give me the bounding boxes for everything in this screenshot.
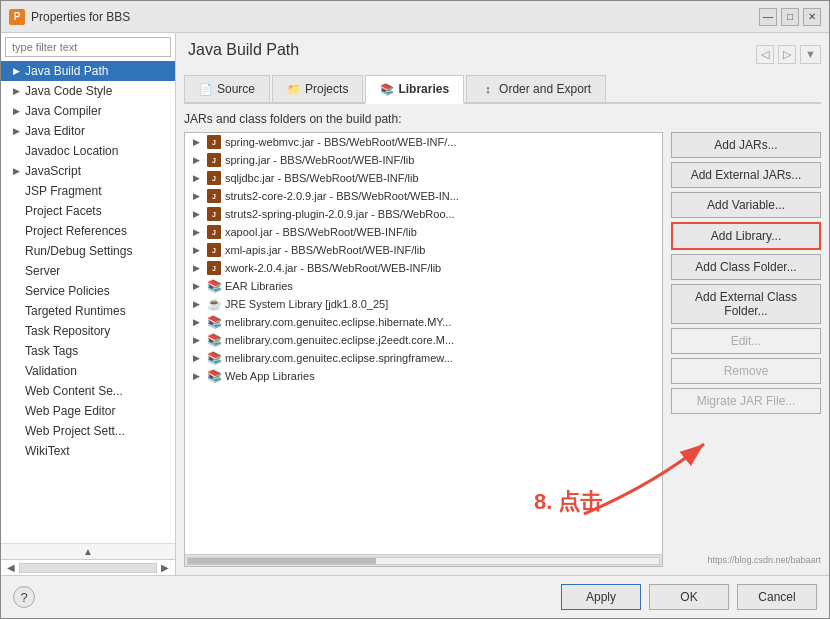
jar-item-struts2-spring[interactable]: ▶Jstruts2-spring-plugin-2.0.9.jar - BBS/… — [185, 205, 662, 223]
sidebar-item-label: Project Facets — [25, 204, 167, 218]
jar-item-label: xapool.jar - BBS/WebRoot/WEB-INF/lib — [225, 226, 417, 238]
sidebar-item-web-page-editor[interactable]: Web Page Editor — [1, 401, 175, 421]
add-external-jars-button[interactable]: Add External JARs... — [671, 162, 821, 188]
sidebar-item-task-repository[interactable]: Task Repository — [1, 321, 175, 341]
library-icon: 📚 — [207, 279, 221, 293]
library-icon: 📚 — [207, 369, 221, 383]
sidebar-item-task-tags[interactable]: Task Tags — [1, 341, 175, 361]
sidebar-item-label: WikiText — [25, 444, 167, 458]
add-external-class-folder-button[interactable]: Add External Class Folder... — [671, 284, 821, 324]
jars-scrollbar-horizontal[interactable] — [185, 554, 662, 566]
sidebar-scrollbar-track[interactable] — [19, 563, 157, 573]
scroll-thumb — [188, 558, 376, 564]
sidebar-item-label: Validation — [25, 364, 167, 378]
remove-button[interactable]: Remove — [671, 358, 821, 384]
tab-projects[interactable]: 📁Projects — [272, 75, 363, 102]
tab-label-source: Source — [217, 82, 255, 96]
title-controls: — □ ✕ — [759, 8, 821, 26]
title-bar-left: P Properties for BBS — [9, 9, 130, 25]
jar-item-xapool[interactable]: ▶Jxapool.jar - BBS/WebRoot/WEB-INF/lib — [185, 223, 662, 241]
sidebar-item-java-editor[interactable]: ▶Java Editor — [1, 121, 175, 141]
expand-arrow-icon: ▶ — [13, 66, 21, 76]
jar-item-spring-webmvc[interactable]: ▶Jspring-webmvc.jar - BBS/WebRoot/WEB-IN… — [185, 133, 662, 151]
content-area: ▶Java Build Path▶Java Code Style▶Java Co… — [1, 33, 829, 575]
sidebar-item-javascript[interactable]: ▶JavaScript — [1, 161, 175, 181]
help-button[interactable]: ? — [13, 586, 35, 608]
nav-arrows: ◁ ▷ ▼ — [756, 45, 821, 64]
sidebar-item-run-debug-settings[interactable]: Run/Debug Settings — [1, 241, 175, 261]
add-variable-button[interactable]: Add Variable... — [671, 192, 821, 218]
sidebar-item-server[interactable]: Server — [1, 261, 175, 281]
minimize-button[interactable]: — — [759, 8, 777, 26]
jar-expand-icon: ▶ — [193, 191, 203, 201]
ok-button[interactable]: OK — [649, 584, 729, 610]
sidebar-item-service-policies[interactable]: Service Policies — [1, 281, 175, 301]
jar-item-xml-apis[interactable]: ▶Jxml-apis.jar - BBS/WebRoot/WEB-INF/lib — [185, 241, 662, 259]
jar-item-melibrary-springframework[interactable]: ▶📚melibrary.com.genuitec.eclipse.springf… — [185, 349, 662, 367]
jar-item-sqljdbc[interactable]: ▶Jsqljdbc.jar - BBS/WebRoot/WEB-INF/lib — [185, 169, 662, 187]
jar-item-jre-system[interactable]: ▶☕JRE System Library [jdk1.8.0_25] — [185, 295, 662, 313]
sidebar-item-label: Web Project Sett... — [25, 424, 167, 438]
close-button[interactable]: ✕ — [803, 8, 821, 26]
jar-item-struts2-core[interactable]: ▶Jstruts2-core-2.0.9.jar - BBS/WebRoot/W… — [185, 187, 662, 205]
apply-button[interactable]: Apply — [561, 584, 641, 610]
tab-icon-projects: 📁 — [287, 82, 301, 96]
jar-expand-icon: ▶ — [193, 371, 203, 381]
jar-expand-icon: ▶ — [193, 137, 203, 147]
sidebar-item-label: Java Code Style — [25, 84, 167, 98]
sidebar-item-label: Task Tags — [25, 344, 167, 358]
watermark: https://blog.csdn.net/babaart — [707, 555, 821, 565]
sidebar-item-web-project-settings[interactable]: Web Project Sett... — [1, 421, 175, 441]
sidebar-scroll-left[interactable]: ◀ — [5, 562, 17, 573]
jar-item-label: xml-apis.jar - BBS/WebRoot/WEB-INF/lib — [225, 244, 425, 256]
jar-item-ear-libraries[interactable]: ▶📚EAR Libraries — [185, 277, 662, 295]
add-class-folder-button[interactable]: Add Class Folder... — [671, 254, 821, 280]
jar-item-web-app-libraries[interactable]: ▶📚Web App Libraries — [185, 367, 662, 385]
sidebar-item-validation[interactable]: Validation — [1, 361, 175, 381]
add-jars-button[interactable]: Add JARs... — [671, 132, 821, 158]
sidebar-item-jsp-fragment[interactable]: JSP Fragment — [1, 181, 175, 201]
sidebar-item-java-compiler[interactable]: ▶Java Compiler — [1, 101, 175, 121]
sidebar-item-label: JSP Fragment — [25, 184, 167, 198]
tab-source[interactable]: 📄Source — [184, 75, 270, 102]
filter-input[interactable] — [5, 37, 171, 57]
jar-item-label: struts2-spring-plugin-2.0.9.jar - BBS/We… — [225, 208, 455, 220]
jars-label: JARs and class folders on the build path… — [184, 112, 821, 126]
sidebar-item-label: Java Compiler — [25, 104, 167, 118]
menu-arrow-button[interactable]: ▼ — [800, 45, 821, 64]
migrate-jar-button[interactable]: Migrate JAR File... — [671, 388, 821, 414]
sidebar-scroll-up[interactable]: ▲ — [1, 543, 175, 559]
sidebar-item-targeted-runtimes[interactable]: Targeted Runtimes — [1, 301, 175, 321]
sidebar-item-label: Java Editor — [25, 124, 167, 138]
sidebar-item-project-facets[interactable]: Project Facets — [1, 201, 175, 221]
sidebar-item-java-build-path[interactable]: ▶Java Build Path — [1, 61, 175, 81]
jar-item-melibrary-j2ee[interactable]: ▶📚melibrary.com.genuitec.eclipse.j2eedt.… — [185, 331, 662, 349]
jar-expand-icon: ▶ — [193, 227, 203, 237]
jars-content: ▶Jspring-webmvc.jar - BBS/WebRoot/WEB-IN… — [184, 132, 821, 567]
sidebar-item-javadoc-location[interactable]: Javadoc Location — [1, 141, 175, 161]
maximize-button[interactable]: □ — [781, 8, 799, 26]
jar-item-label: xwork-2.0.4.jar - BBS/WebRoot/WEB-INF/li… — [225, 262, 441, 274]
jar-item-xwork[interactable]: ▶Jxwork-2.0.4.jar - BBS/WebRoot/WEB-INF/… — [185, 259, 662, 277]
sidebar-item-wikitext[interactable]: WikiText — [1, 441, 175, 461]
sidebar-item-project-references[interactable]: Project References — [1, 221, 175, 241]
jar-item-melibrary-hibernate[interactable]: ▶📚melibrary.com.genuitec.eclipse.hiberna… — [185, 313, 662, 331]
edit-button[interactable]: Edit... — [671, 328, 821, 354]
tab-label-projects: Projects — [305, 82, 348, 96]
tab-order-export[interactable]: ↕Order and Export — [466, 75, 606, 102]
sidebar-item-web-content-settings[interactable]: Web Content Se... — [1, 381, 175, 401]
jar-file-icon: J — [207, 243, 221, 257]
tab-libraries[interactable]: 📚Libraries — [365, 75, 464, 104]
jar-item-spring[interactable]: ▶Jspring.jar - BBS/WebRoot/WEB-INF/lib — [185, 151, 662, 169]
back-button[interactable]: ◁ — [756, 45, 774, 64]
sidebar-list: ▶Java Build Path▶Java Code Style▶Java Co… — [1, 61, 175, 543]
cancel-button[interactable]: Cancel — [737, 584, 817, 610]
sidebar-scroll-right[interactable]: ▶ — [159, 562, 171, 573]
jar-item-label: melibrary.com.genuitec.eclipse.springfra… — [225, 352, 453, 364]
forward-button[interactable]: ▷ — [778, 45, 796, 64]
expand-arrow-icon: ▶ — [13, 126, 21, 136]
sidebar-item-java-code-style[interactable]: ▶Java Code Style — [1, 81, 175, 101]
jar-file-icon: J — [207, 261, 221, 275]
jar-expand-icon: ▶ — [193, 155, 203, 165]
add-library-button[interactable]: Add Library... — [671, 222, 821, 250]
